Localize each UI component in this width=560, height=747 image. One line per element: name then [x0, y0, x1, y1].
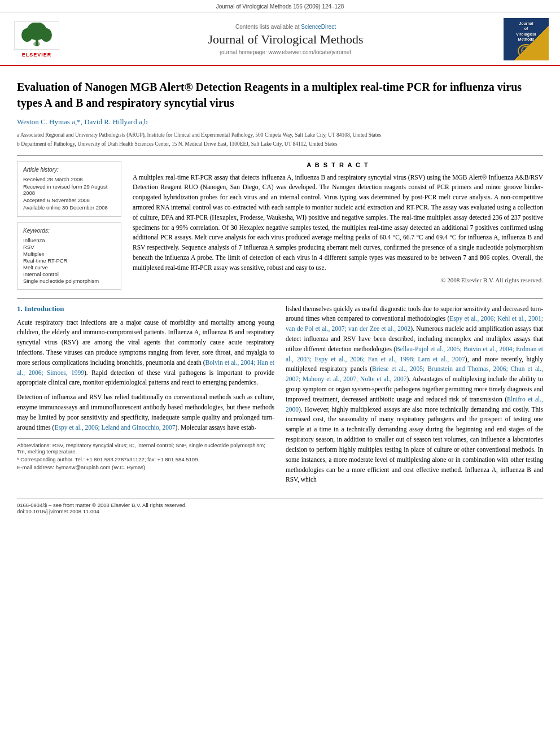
affiliations: a Associated Regional and University Pat… — [17, 131, 543, 148]
science-direct-text: Contents lists available at ScienceDirec… — [68, 24, 504, 30]
section1-para1: Acute respiratory tract infections are a… — [17, 318, 274, 388]
keyword-4: Real-time RT-PCR — [23, 257, 115, 264]
body-right-column: lished themselves quickly as useful diag… — [286, 304, 543, 490]
journal-header: ELSEVIER Contents lists available at Sci… — [0, 12, 560, 66]
body-left-column: 1. Introduction Acute respiratory tract … — [17, 304, 274, 490]
elsevier-name: ELSEVIER — [22, 52, 52, 58]
revised-date: Received in revised form 29 August 2008 — [23, 184, 115, 196]
ref-bellau[interactable]: Bellau-Pujol et al., 2005; Boivin et al.… — [286, 346, 543, 362]
ref-elnifro[interactable]: Elnifro et al., 2000 — [286, 396, 543, 413]
article-content: Evaluation of Nanogen MGB Alert® Detecti… — [0, 66, 560, 526]
journal-logo-box: JournalofVirologicalMethods — [504, 18, 549, 60]
elsevier-logo: ELSEVIER — [11, 21, 62, 58]
issn-text: 0166-0934/$ – see front matter © 2008 El… — [17, 502, 187, 508]
ref-espy2[interactable]: Espy et al., 2006; Kehl et al., 2001; va… — [286, 315, 543, 332]
section1-para-right1: lished themselves quickly as useful diag… — [286, 304, 543, 486]
main-columns: Article history: Received 28 March 2008 … — [17, 161, 543, 290]
footnote-email: E-mail address: hymasw@aruplab.com (W.C.… — [17, 464, 274, 470]
svg-point-3 — [41, 28, 52, 42]
journal-citation: Journal of Virological Methods 156 (2009… — [216, 3, 344, 10]
accepted-date: Accepted 6 November 2008 — [23, 197, 115, 203]
page-wrapper: Journal of Virological Methods 156 (2009… — [0, 0, 560, 747]
journal-center: Contents lists available at ScienceDirec… — [68, 24, 504, 55]
received-date: Received 28 March 2008 — [23, 176, 115, 182]
svg-point-2 — [21, 28, 33, 42]
available-date: Available online 30 December 2008 — [23, 204, 115, 211]
section1-title: 1. Introduction — [17, 304, 274, 313]
left-column: Article history: Received 28 March 2008 … — [17, 161, 121, 290]
page-bottom-left: 0166-0934/$ – see front matter © 2008 El… — [17, 502, 187, 514]
journal-logo-text: JournalofVirologicalMethods — [516, 21, 536, 41]
right-column: A B S T R A C T A multiplex real-time RT… — [133, 161, 543, 290]
footnotes: Abbreviations: RSV, respiratory syncytia… — [17, 438, 274, 470]
divider-top — [17, 155, 543, 156]
ref-briese[interactable]: Briese et al., 2005; Brunstein and Thoma… — [286, 365, 543, 382]
divider-bottom — [17, 298, 543, 299]
footnote-abbreviations: Abbreviations: RSV, respiratory syncytia… — [17, 442, 274, 455]
section1-body-right: lished themselves quickly as useful diag… — [286, 304, 543, 486]
keyword-7: Single nucleotide polymorphism — [23, 278, 115, 284]
keyword-6: Internal control — [23, 271, 115, 277]
page-bottom-row: 0166-0934/$ – see front matter © 2008 El… — [17, 502, 543, 514]
abstract-copyright: © 2008 Elsevier B.V. All rights reserved… — [133, 277, 543, 283]
keyword-3: Multiplex — [23, 251, 115, 257]
abstract-text: A multiplex real-time RT-PCR assay that … — [133, 173, 543, 273]
journal-title-header: Journal of Virological Methods — [68, 32, 504, 47]
keyword-2: RSV — [23, 244, 115, 250]
article-history-box: Article history: Received 28 March 2008 … — [17, 161, 121, 217]
affiliation-b: b Department of Pathology, University of… — [17, 140, 543, 148]
keywords-box: Keywords: Influenza RSV Multiplex Real-t… — [17, 222, 121, 290]
page-bottom: 0166-0934/$ – see front matter © 2008 El… — [17, 498, 543, 518]
article-history-heading: Article history: — [23, 167, 115, 173]
svg-point-4 — [33, 42, 40, 46]
journal-citation-bar: Journal of Virological Methods 156 (2009… — [0, 0, 560, 12]
elsevier-tree-icon — [14, 21, 59, 50]
section1-para2: Detection of influenza and RSV has relie… — [17, 392, 274, 433]
science-direct-link[interactable]: ScienceDirect — [301, 24, 336, 30]
ref-espy[interactable]: Espy et al., 2006; Leland and Ginocchio,… — [54, 424, 175, 431]
journal-homepage: journal homepage: www.elsevier.com/locat… — [68, 49, 504, 55]
article-title: Evaluation of Nanogen MGB Alert® Detecti… — [17, 75, 543, 111]
keywords-heading: Keywords: — [23, 228, 115, 234]
doi-text: doi:10.1016/j.jviromet.2008.11.004 — [17, 508, 99, 514]
abstract-heading: A B S T R A C T — [133, 161, 543, 168]
footnote-corresponding: * Corresponding author. Tel.: +1 801 583… — [17, 456, 274, 462]
keyword-1: Influenza — [23, 237, 115, 243]
affiliation-a: a Associated Regional and University Pat… — [17, 131, 543, 139]
ref-boivin[interactable]: Boivin et al., 2004; Han et al., 2006; S… — [17, 359, 274, 376]
authors: Weston C. Hymas a,*, David R. Hillyard a… — [17, 117, 543, 126]
abstract-section: A B S T R A C T A multiplex real-time RT… — [133, 161, 543, 283]
section1-body: Acute respiratory tract infections are a… — [17, 318, 274, 433]
keyword-5: Melt curve — [23, 264, 115, 270]
journal-logo-circle — [518, 44, 535, 58]
body-columns: 1. Introduction Acute respiratory tract … — [17, 304, 543, 490]
